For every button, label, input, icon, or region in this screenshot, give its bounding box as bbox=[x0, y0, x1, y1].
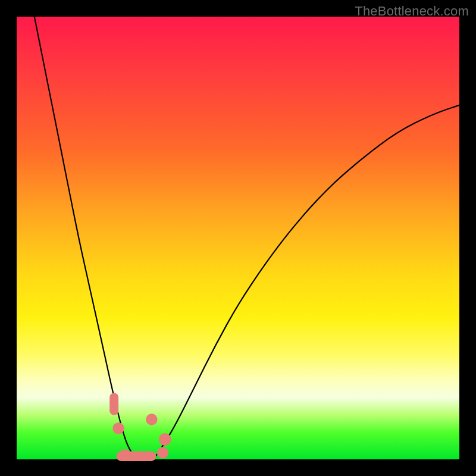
plot-area bbox=[17, 17, 459, 459]
data-point bbox=[159, 433, 171, 446]
data-point bbox=[157, 447, 168, 458]
data-markers bbox=[109, 393, 171, 461]
data-point bbox=[146, 414, 157, 425]
curve-layer bbox=[17, 17, 459, 459]
data-point bbox=[109, 393, 118, 415]
data-point bbox=[112, 422, 124, 434]
bottleneck-curve bbox=[35, 17, 459, 459]
data-point bbox=[120, 449, 131, 461]
chart-frame: TheBottleneck.com bbox=[0, 0, 476, 476]
